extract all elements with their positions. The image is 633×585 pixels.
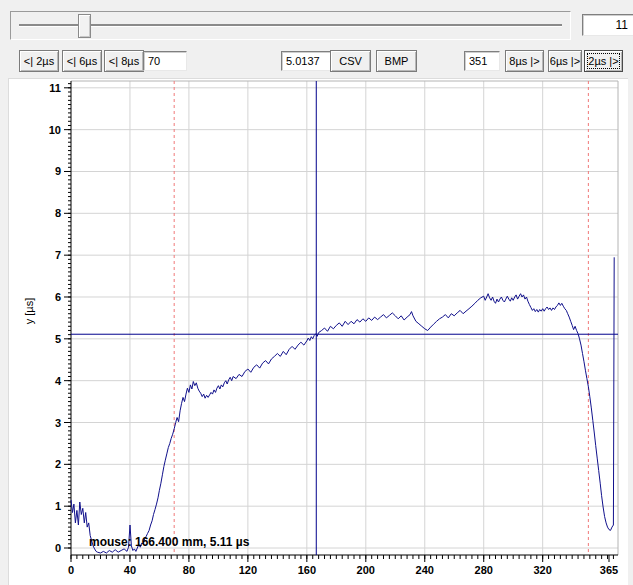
svg-text:240: 240	[416, 564, 434, 576]
svg-text:0: 0	[55, 542, 61, 554]
svg-text:4: 4	[55, 375, 62, 387]
svg-text:320: 320	[533, 564, 551, 576]
back-8us-button[interactable]: <| 8µs	[104, 50, 144, 72]
svg-text:0: 0	[68, 564, 74, 576]
svg-text:3: 3	[55, 417, 61, 429]
chart-svg[interactable]: 0408012016020024028032036501234567891011…	[9, 79, 628, 585]
slider-thumb[interactable]	[78, 14, 91, 38]
fwd-6us-button[interactable]: 6µs |>	[548, 50, 582, 72]
svg-text:10: 10	[49, 124, 61, 136]
svg-text:8: 8	[55, 207, 61, 219]
bmp-button[interactable]: BMP	[376, 50, 417, 72]
svg-text:9: 9	[55, 165, 61, 177]
fwd-2us-button[interactable]: 2µs |>	[584, 50, 623, 72]
measurement-window: 11 <| 2µs <| 6µs <| 8µs 70 5.0137 CSV BM…	[0, 0, 633, 585]
svg-text:mouse: 166.400 mm, 5.11 µs: mouse: 166.400 mm, 5.11 µs	[89, 535, 250, 549]
position-slider[interactable]	[10, 11, 571, 40]
right-cursor-field[interactable]: 351	[464, 51, 500, 71]
back-6us-button[interactable]: <| 6µs	[62, 50, 102, 72]
svg-text:6: 6	[55, 291, 61, 303]
y-value-field[interactable]: 5.0137	[281, 51, 332, 71]
svg-text:11: 11	[49, 82, 61, 94]
svg-text:7: 7	[55, 249, 61, 261]
svg-text:280: 280	[475, 564, 493, 576]
svg-text:160: 160	[298, 564, 316, 576]
svg-text:200: 200	[357, 564, 375, 576]
fwd-8us-button[interactable]: 8µs |>	[505, 50, 544, 72]
svg-text:2: 2	[55, 458, 61, 470]
signal-chart-panel[interactable]: 0408012016020024028032036501234567891011…	[8, 78, 628, 585]
svg-text:365: 365	[600, 564, 618, 576]
svg-text:80: 80	[183, 564, 195, 576]
svg-text:1: 1	[55, 500, 61, 512]
svg-text:40: 40	[124, 564, 136, 576]
left-cursor-field[interactable]: 70	[143, 51, 187, 71]
slider-value-field[interactable]: 11	[582, 14, 633, 36]
svg-text:y [µs]: y [µs]	[23, 298, 35, 325]
csv-button[interactable]: CSV	[330, 50, 371, 72]
back-2us-button[interactable]: <| 2µs	[19, 50, 59, 72]
slider-track[interactable]	[19, 24, 562, 26]
svg-text:5: 5	[55, 333, 61, 345]
svg-text:120: 120	[239, 564, 257, 576]
